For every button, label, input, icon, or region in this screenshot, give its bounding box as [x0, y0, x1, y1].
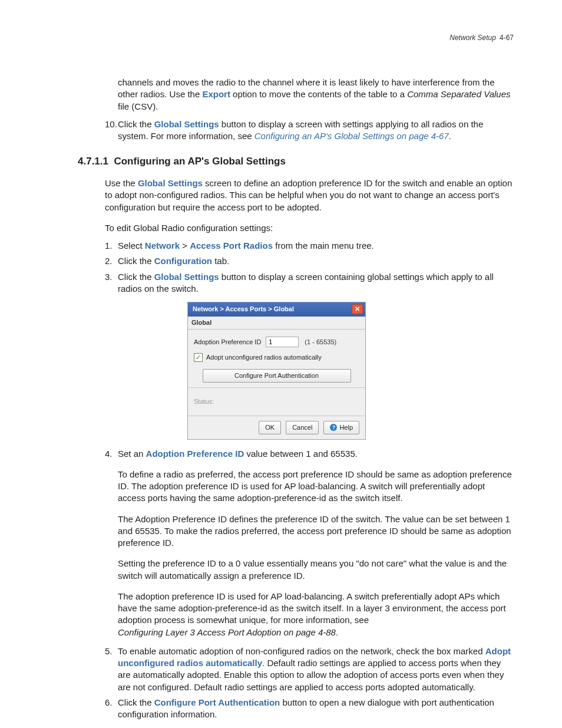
export-term: Export [202, 89, 230, 99]
dialog-footer: OK Cancel ?Help [188, 416, 365, 439]
dialog-breadcrumb: Network > Access Ports > Global [193, 305, 294, 314]
global-settings-term: Global Settings [154, 119, 219, 129]
header-page: 4-67 [500, 34, 514, 42]
adoption-pref-range: (1 - 65535) [305, 338, 336, 347]
step-4-para-3: Setting the preference ID to a 0 value e… [118, 558, 514, 582]
adoption-pref-input[interactable] [266, 337, 299, 347]
configuration-term: Configuration [154, 256, 212, 266]
layer3-ref: Configuring Layer 3 Access Port Adoption… [118, 627, 336, 637]
adoption-pref-id-term: Adoption Preference ID [146, 449, 244, 459]
header-section: Network Setup [449, 34, 496, 42]
body-paragraph-2: To edit Global Radio configuration setti… [105, 222, 514, 234]
heading-number: 4.7.1.1 [78, 156, 108, 167]
help-icon: ? [330, 424, 337, 431]
configure-port-auth-term: Configure Port Authentication [154, 697, 280, 707]
configure-port-auth-button[interactable]: Configure Port Authentication [203, 369, 351, 383]
access-port-radios-term: Access Port Radios [190, 241, 273, 251]
step-1: 1. Select Network > Access Port Radios f… [105, 240, 514, 252]
step-4-para-4: The adoption preference ID is used for A… [118, 591, 514, 638]
adopt-checkbox-row: ✓ Adopt unconfigured radios automaticall… [194, 353, 359, 362]
global-settings-term: Global Settings [154, 272, 219, 282]
step-4: 4. Set an Adoption Preference ID value b… [105, 448, 514, 460]
step-10: 10. Click the Global Settings button to … [105, 118, 514, 143]
global-settings-term: Global Settings [138, 178, 203, 188]
dialog-tab-label: Global [188, 317, 365, 330]
adopt-checkbox[interactable]: ✓ [194, 353, 203, 362]
dialog-screenshot: Network > Access Ports > Global ✕ Global… [187, 302, 366, 439]
adoption-pref-row: Adoption Preference ID (1 - 65535) [194, 337, 359, 347]
network-term: Network [145, 241, 180, 251]
step-number: 1. [105, 240, 118, 252]
csv-term: Comma Separated Values [407, 89, 510, 99]
step-2: 2. Click the Configuration tab. [105, 255, 514, 267]
cancel-button[interactable]: Cancel [286, 421, 319, 434]
step-4-para-1: To define a radio as preferred, the acce… [118, 469, 514, 505]
close-icon[interactable]: ✕ [352, 304, 363, 314]
step-6: 6. Click the Configure Port Authenticati… [105, 697, 514, 721]
cross-ref-link[interactable]: Configuring an AP's Global Settings on p… [254, 131, 449, 141]
ok-button[interactable]: OK [259, 421, 281, 434]
step-number: 2. [105, 255, 118, 267]
step-number: 4. [105, 448, 118, 460]
body-paragraph-1: Use the Global Settings screen to define… [105, 177, 514, 213]
step-4-para-2: The Adoption Preference ID defines the p… [118, 513, 514, 549]
step-3: 3. Click the Global Settings button to d… [105, 271, 514, 295]
heading-title: Configuring an AP's Global Settings [114, 156, 285, 167]
dialog-status: Status: [188, 391, 365, 416]
continued-paragraph: channels and moves the radio to the chan… [118, 77, 514, 113]
dialog-titlebar: Network > Access Ports > Global ✕ [188, 302, 365, 317]
help-button[interactable]: ?Help [323, 421, 359, 434]
adoption-pref-label: Adoption Preference ID [194, 338, 261, 347]
step-number: 5. [105, 645, 118, 693]
adopt-checkbox-label: Adopt unconfigured radios automatically [206, 353, 322, 362]
step-number: 3. [105, 271, 118, 295]
section-heading: 4.7.1.1 Configuring an AP's Global Setti… [78, 155, 514, 169]
step-number: 10. [105, 118, 118, 143]
step-number: 6. [105, 697, 118, 721]
running-header: Network Setup4-67 [449, 33, 514, 42]
step-5: 5. To enable automatic adoption of non-c… [105, 645, 514, 693]
